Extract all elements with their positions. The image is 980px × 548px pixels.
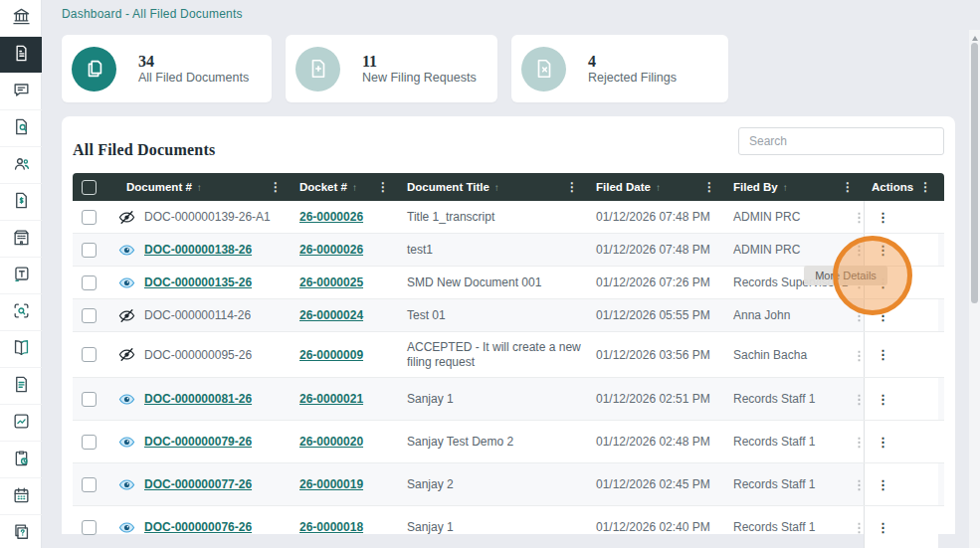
row-actions-button[interactable]: ⋮ bbox=[873, 389, 893, 410]
column-header-document[interactable]: Document # bbox=[126, 181, 192, 193]
stat-card-rejected-filings[interactable]: 4 Rejected Filings bbox=[511, 35, 728, 102]
eye-icon[interactable] bbox=[118, 242, 135, 259]
document-dollar-icon bbox=[12, 191, 31, 214]
column-header-actions: Actions bbox=[872, 181, 913, 193]
sidebar-item-messages[interactable] bbox=[0, 74, 42, 110]
eye-off-icon[interactable] bbox=[118, 209, 135, 226]
row-actions-button[interactable]: ⋮ bbox=[873, 474, 893, 495]
filed-date: 01/12/2026 02:45 PM bbox=[596, 477, 710, 491]
document-search-icon bbox=[12, 117, 31, 140]
column-menu-icon[interactable]: ⋮ bbox=[919, 180, 931, 194]
sort-asc-icon[interactable]: ↑ bbox=[494, 182, 499, 193]
table-row: DOC-000000081-2626-0000021Sanjay 101/12/… bbox=[73, 378, 944, 421]
ghost-dots-icon: ⋮ bbox=[853, 210, 866, 225]
docket-number-link[interactable]: 26-0000019 bbox=[299, 477, 363, 491]
calendar-icon bbox=[12, 485, 31, 508]
column-header-filed-by[interactable]: Filed By bbox=[733, 181, 778, 193]
stat-label: New Filing Requests bbox=[362, 71, 477, 85]
sidebar-item-templates[interactable] bbox=[0, 258, 42, 294]
row-checkbox[interactable] bbox=[82, 520, 97, 535]
row-actions-button[interactable]: ⋮ bbox=[873, 432, 893, 453]
table-row: DOC-000000135-2626-0000025SMD New Docume… bbox=[73, 267, 944, 299]
column-menu-icon[interactable]: ⋮ bbox=[842, 180, 864, 194]
docket-number-link[interactable]: 26-0000026 bbox=[299, 210, 363, 224]
sidebar-item-pending-tasks[interactable] bbox=[0, 442, 42, 478]
docket-number-link[interactable]: 26-0000020 bbox=[299, 435, 363, 449]
row-checkbox[interactable] bbox=[82, 210, 97, 225]
eye-icon[interactable] bbox=[118, 274, 135, 291]
column-menu-icon[interactable]: ⋮ bbox=[270, 180, 292, 194]
table-row: DOC-000000095-2626-0000009ACCEPTED - It … bbox=[73, 332, 944, 378]
document-number-link[interactable]: DOC-000000081-26 bbox=[144, 392, 252, 406]
column-header-docket[interactable]: Docket # bbox=[299, 181, 347, 193]
row-checkbox[interactable] bbox=[82, 275, 97, 290]
table-row: DOC-000000114-2626-0000024Test 0101/12/2… bbox=[73, 299, 944, 332]
building-icon bbox=[12, 228, 31, 251]
stat-card-all-filed-documents[interactable]: 34 All Filed Documents bbox=[62, 35, 272, 102]
column-header-filed-date[interactable]: Filed Date bbox=[596, 181, 651, 193]
sidebar-item-analytics[interactable] bbox=[0, 405, 42, 442]
sidebar-item-documents[interactable] bbox=[0, 37, 42, 74]
sidebar-item-billing-documents[interactable] bbox=[0, 184, 42, 221]
eye-off-icon[interactable] bbox=[118, 307, 135, 324]
sort-asc-icon[interactable]: ↑ bbox=[197, 182, 202, 193]
stat-card-new-filing-requests[interactable]: 11 New Filing Requests bbox=[286, 35, 497, 102]
docket-number-link[interactable]: 26-0000025 bbox=[299, 275, 363, 289]
filed-by: Records Staff 1 bbox=[733, 477, 816, 491]
docket-number-link[interactable]: 26-0000021 bbox=[299, 392, 363, 406]
sidebar-item-reports-documents[interactable] bbox=[0, 368, 42, 405]
docket-number-link[interactable]: 26-0000024 bbox=[299, 308, 363, 322]
row-checkbox[interactable] bbox=[82, 243, 97, 258]
column-header-title[interactable]: Document Title bbox=[407, 181, 490, 193]
row-actions-button[interactable]: ⋮ bbox=[873, 207, 893, 228]
sidebar-item-bank[interactable] bbox=[0, 0, 42, 37]
users-icon bbox=[12, 154, 31, 177]
page-scrollbar[interactable] bbox=[969, 30, 980, 548]
row-actions-button[interactable]: ⋮ bbox=[873, 305, 893, 326]
document-number-link[interactable]: DOC-000000076-26 bbox=[144, 520, 252, 534]
eye-icon[interactable] bbox=[118, 391, 135, 408]
row-checkbox[interactable] bbox=[82, 392, 97, 407]
row-checkbox[interactable] bbox=[82, 477, 97, 492]
scrollbar-up-arrow-icon[interactable] bbox=[972, 36, 978, 41]
row-actions-button[interactable]: ⋮ bbox=[873, 240, 893, 261]
filed-date: 01/12/2026 02:40 PM bbox=[596, 520, 710, 534]
select-all-checkbox[interactable] bbox=[82, 180, 97, 195]
row-checkbox[interactable] bbox=[82, 435, 97, 450]
sidebar-item-dockets[interactable] bbox=[0, 331, 42, 368]
row-checkbox[interactable] bbox=[82, 308, 97, 323]
sort-asc-icon[interactable]: ↑ bbox=[352, 182, 357, 193]
eye-icon[interactable] bbox=[118, 434, 135, 451]
ghost-dots-icon: ⋮ bbox=[853, 308, 866, 323]
column-menu-icon[interactable]: ⋮ bbox=[566, 180, 588, 194]
row-actions-button[interactable]: ⋮ bbox=[873, 273, 893, 293]
search-input[interactable] bbox=[738, 127, 944, 155]
document-number-link[interactable]: DOC-000000138-26 bbox=[144, 243, 252, 257]
row-actions-button[interactable]: ⋮ bbox=[873, 517, 893, 538]
table-body: DOC-000000139-26-A126-0000026Title 1_tra… bbox=[73, 201, 944, 548]
document-number-link[interactable]: DOC-000000135-26 bbox=[144, 275, 252, 289]
eye-off-icon[interactable] bbox=[118, 346, 135, 363]
row-checkbox[interactable] bbox=[82, 347, 97, 362]
docket-number-link[interactable]: 26-0000009 bbox=[299, 348, 363, 362]
sidebar-item-scan-search[interactable] bbox=[0, 294, 42, 331]
column-menu-icon[interactable]: ⋮ bbox=[703, 180, 725, 194]
sort-asc-icon[interactable]: ↑ bbox=[783, 182, 788, 193]
sort-asc-icon[interactable]: ↑ bbox=[656, 182, 661, 193]
eye-icon[interactable] bbox=[118, 519, 135, 536]
scrollbar-thumb[interactable] bbox=[971, 43, 978, 303]
eye-icon[interactable] bbox=[118, 476, 135, 493]
sidebar-item-document-search[interactable] bbox=[0, 110, 42, 147]
docket-number-link[interactable]: 26-0000026 bbox=[299, 243, 363, 257]
section-title: All Filed Documents bbox=[73, 141, 215, 159]
document-number-link[interactable]: DOC-000000079-26 bbox=[144, 435, 252, 449]
sidebar-item-organization[interactable] bbox=[0, 221, 42, 258]
document-number-link[interactable]: DOC-000000077-26 bbox=[144, 477, 252, 491]
sidebar-item-calendar[interactable] bbox=[0, 478, 42, 515]
sidebar-item-users[interactable] bbox=[0, 147, 42, 184]
row-actions-button[interactable]: ⋮ bbox=[873, 344, 893, 365]
column-menu-icon[interactable]: ⋮ bbox=[377, 180, 399, 194]
docket-number-link[interactable]: 26-0000018 bbox=[299, 520, 363, 534]
sidebar-item-help[interactable] bbox=[0, 515, 42, 548]
ghost-dots-icon: ⋮ bbox=[853, 435, 866, 450]
